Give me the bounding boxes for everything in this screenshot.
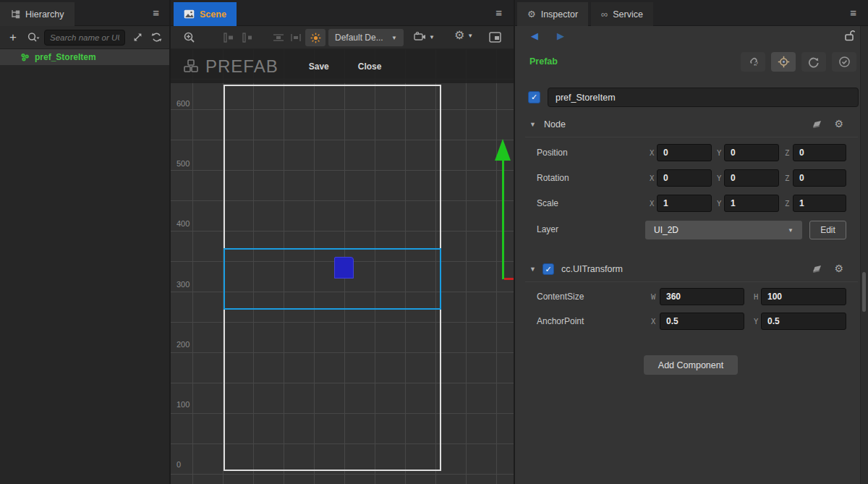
apply-prefab-button[interactable] [832,52,856,72]
history-back-button[interactable]: ◀ [531,30,538,41]
docs-book-icon[interactable] [812,119,822,129]
hierarchy-tree-icon [10,9,20,19]
scale-label: Scale [537,198,558,208]
position-z-input[interactable] [793,144,846,161]
view-mode-dropdown[interactable]: Default De... ▼ [328,29,404,46]
distribute-horizontal-icon[interactable] [272,33,285,43]
tab-inspector[interactable]: ⚙ Inspector [517,2,588,26]
lighting-toggle-button[interactable] [305,29,326,46]
search-input[interactable] [45,30,124,45]
axis-label-y: Y [717,148,721,157]
locate-prefab-asset-button[interactable] [771,52,796,72]
align-right-icon[interactable] [242,33,253,43]
component-settings-gear-icon[interactable]: ⚙ [834,263,843,273]
tab-service[interactable]: ∞ Service [591,2,653,26]
tab-hierarchy[interactable]: Hierarchy [0,2,75,26]
chevron-down-icon: ▼ [391,35,397,41]
history-forward-button[interactable]: ▶ [557,30,564,41]
layer-dropdown[interactable]: UI_2D ▼ [645,221,802,239]
chevron-down-icon: ▼ [467,33,473,39]
collapse-triangle-icon[interactable]: ▼ [529,121,536,128]
chevron-down-icon: ▼ [788,227,793,234]
camera-gizmo-dropdown[interactable]: ▼ [414,32,435,42]
unlock-icon[interactable] [844,30,855,41]
anchorpoint-label: AnchorPoint [537,316,584,326]
node-name-input[interactable] [548,88,859,107]
hierarchy-item-pref-storeitem[interactable]: pref_StoreItem [0,49,169,65]
scene-toolbar: Default De... ▼ ▼ ⚙ ▼ [171,26,514,49]
position-x-input[interactable] [657,144,712,161]
prefab-bar-title: PREFAB [205,56,278,77]
scale-row: Scale X Y Z [515,194,868,213]
docs-book-icon[interactable] [812,263,822,273]
chevron-down-icon: ▼ [429,34,435,41]
anchorpoint-x-input[interactable] [660,313,744,330]
rotation-x-input[interactable] [657,169,712,187]
refresh-icon[interactable] [151,32,162,43]
prefab-mode-bar: PREFAB Save Close [171,49,514,83]
scene-settings-dropdown[interactable]: ⚙ ▼ [454,30,473,41]
editor-window: Hierarchy ≡ + pref_StoreItem [0,0,868,484]
inspector-scrollbar-track[interactable] [860,26,868,484]
create-node-button[interactable]: + [7,30,20,45]
inspector-tabbar: ⚙ Inspector ∞ Service ≡ [515,0,868,26]
axis-label-x: X [650,148,654,157]
ruler-label: 600 [176,99,190,108]
scale-y-input[interactable] [724,195,779,212]
link-icon: ∞ [601,9,608,20]
position-label: Position [537,148,568,158]
scene-menu-icon[interactable]: ≡ [495,7,502,20]
save-button[interactable]: Save [309,61,329,72]
layer-value: UI_2D [654,225,678,235]
unlink-prefab-button[interactable]: ? [741,52,765,72]
node-active-checkbox[interactable]: ✓ [528,91,540,103]
expand-all-icon[interactable] [132,32,143,43]
ruler-label: 400 [176,219,190,228]
layer-edit-label: Edit [820,225,835,235]
rotation-z-input[interactable] [793,169,846,187]
prefab-cubes-icon [182,59,200,75]
axis-label-x: X [650,199,654,208]
gizmo-y-axis[interactable] [502,160,504,279]
ruler-label: 500 [176,159,190,168]
align-left-icon[interactable] [223,33,234,43]
prefab-state-label: Prefab [529,56,558,67]
scale-z-input[interactable] [793,195,846,212]
collapse-triangle-icon[interactable]: ▼ [529,266,536,273]
uitransform-bounds-rect [224,248,441,310]
scene-image-icon [184,9,195,19]
search-filter-icon[interactable] [27,32,40,43]
add-component-button[interactable]: Add Component [644,355,738,375]
gizmo-anchor-handle[interactable] [334,257,354,279]
contentsize-w-input[interactable] [660,288,744,305]
rotation-y-input[interactable] [724,169,779,187]
inspector-scrollbar-thumb[interactable] [862,272,866,312]
contentsize-label: ContentSize [537,292,584,302]
node-settings-gear-icon[interactable]: ⚙ [834,119,843,129]
uitransform-section-header[interactable]: ▼ ✓ cc.UITransform ⚙ [515,260,858,279]
hierarchy-tabbar: Hierarchy ≡ [0,0,169,26]
anchorpoint-y-input[interactable] [761,313,846,330]
inspector-menu-icon[interactable]: ≡ [850,7,856,20]
uitransform-enabled-checkbox[interactable]: ✓ [542,263,554,275]
position-y-input[interactable] [724,144,779,161]
hierarchy-menu-icon[interactable]: ≡ [153,7,159,20]
close-button[interactable]: Close [358,61,382,72]
revert-prefab-button[interactable] [801,52,826,72]
axis-label-w: W [651,292,655,301]
scale-x-input[interactable] [657,195,712,212]
uitransform-section-title: cc.UITransform [561,264,623,274]
node-section-header[interactable]: ▼ Node ⚙ [515,116,858,135]
distribute-vertical-icon[interactable] [289,33,302,43]
hierarchy-panel: Hierarchy ≡ + pref_StoreItem [0,0,171,484]
hierarchy-item-label: pref_StoreItem [35,52,96,62]
layer-edit-button[interactable]: Edit [809,221,846,239]
preview-window-icon[interactable] [489,32,501,43]
axis-label-x: X [651,317,655,326]
tab-scene[interactable]: Scene [174,2,237,26]
zoom-in-icon[interactable] [183,31,196,44]
contentsize-h-input[interactable] [761,288,846,305]
axis-label-z: Z [785,174,789,182]
gizmo-y-axis-arrowhead[interactable] [495,139,511,161]
anchorpoint-row: AnchorPoint X Y [515,312,868,331]
